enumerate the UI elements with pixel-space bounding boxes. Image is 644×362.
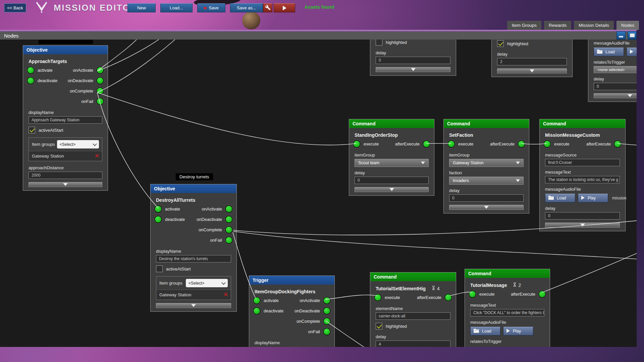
node-header-objective[interactable]: Objective (151, 184, 236, 193)
minimize-panel-button[interactable] (616, 31, 626, 40)
tools-button[interactable] (263, 3, 272, 12)
port-onActivate[interactable] (96, 66, 104, 74)
approachDistance-input[interactable]: 2000 (29, 172, 102, 179)
node-command-set-faction[interactable]: CommandSetFactionexecuteafterExecuteitem… (443, 119, 529, 214)
item-groups-select[interactable]: <Select> (57, 140, 99, 148)
port-onDeactivate[interactable] (323, 307, 331, 315)
delay-input[interactable]: 0 (449, 194, 524, 202)
port-activate[interactable] (154, 205, 162, 213)
node-scrollbar[interactable] (355, 187, 429, 192)
node-fragment-delay-0[interactable]: highlighteddelay0 (370, 40, 456, 76)
node-header-command[interactable]: Command (370, 273, 456, 281)
node-command-mission-message-custom[interactable]: CommandMissionMessageCustomexecuteafterE… (539, 119, 626, 231)
node-command-tutorial-message[interactable]: CommandTutorialMessage2executeafterExecu… (465, 269, 550, 347)
displayName-input[interactable]: Destroy the station's turrets (156, 255, 231, 262)
tab-rewards[interactable]: Rewards (544, 21, 571, 30)
node-scrollbar[interactable] (29, 182, 102, 187)
back-button[interactable]: << Back (4, 3, 26, 12)
relatesToTrigger-select[interactable]: <none selected> (594, 66, 637, 73)
node-command-standing-order-stop[interactable]: CommandStandIngOrderStopexecuteafterExec… (349, 119, 434, 196)
port-afterExecute[interactable] (614, 140, 622, 148)
load-button[interactable]: Load... (160, 3, 193, 12)
node-scrollbar[interactable] (376, 67, 450, 72)
delay-input[interactable]: 0 (594, 83, 637, 90)
itemGroup-select[interactable]: Gateway Station (449, 159, 524, 167)
port-deactivate[interactable] (253, 307, 261, 315)
messageText-input[interactable]: Click "DOCK ALL" to order the fighters t (470, 309, 544, 316)
load-button[interactable]: Load (470, 327, 500, 336)
tab-nodes[interactable]: Nodes (616, 21, 639, 30)
play-button[interactable]: Play (503, 327, 533, 336)
port-execute[interactable] (469, 290, 476, 298)
messageSource-input[interactable]: find:0:Cruiser (545, 159, 620, 166)
port-execute[interactable] (374, 294, 382, 301)
node-header-trigger[interactable]: Trigger (249, 276, 334, 285)
highlighted-checkbox[interactable] (376, 323, 382, 329)
node-trigger-item-group-docking-fighters[interactable]: TriggerItemGroupDockingFightersactivateo… (249, 276, 335, 347)
new-button[interactable]: New (127, 3, 156, 12)
node-graph-canvas[interactable]: ObjectiveApproachTargetsactivateonActiva… (0, 40, 637, 347)
remove-item-icon[interactable] (95, 154, 99, 159)
port-activate[interactable] (27, 66, 35, 74)
load-button[interactable]: Load (545, 194, 575, 202)
node-header-command[interactable]: Command (349, 119, 434, 128)
play-button[interactable]: Play (627, 48, 637, 56)
port-onFail[interactable] (323, 328, 331, 336)
node-fragment-audio[interactable]: messageAudioFileLoadPlayrelatesToTrigger… (588, 40, 637, 102)
remove-item-icon[interactable] (224, 292, 228, 297)
node-scrollbar[interactable] (545, 223, 620, 228)
run-mission-button[interactable] (274, 3, 295, 12)
delay-input[interactable]: 4 (376, 341, 450, 347)
port-afterExecute[interactable] (444, 294, 452, 301)
port-execute[interactable] (447, 140, 455, 148)
highlighted-checkbox[interactable] (376, 40, 382, 46)
displayName-input[interactable]: Approach Gateway Station (29, 116, 102, 124)
tab-mission-details[interactable]: Mission Details (574, 21, 614, 30)
port-deactivate[interactable] (27, 77, 35, 84)
node-fragment-delay-2[interactable]: highlighteddelay2 (491, 40, 573, 77)
port-execute[interactable] (543, 140, 551, 148)
port-onComplete[interactable] (323, 317, 331, 325)
node-scrollbar[interactable] (497, 68, 567, 73)
elementName-input[interactable]: carrier-dock-all (376, 312, 450, 320)
port-onActivate[interactable] (323, 297, 331, 304)
node-command-tutorial-set-element-hig[interactable]: CommandTutorialSetElementHig4executeafte… (370, 272, 456, 347)
delay-input[interactable]: 2 (497, 58, 567, 65)
port-activate[interactable] (253, 297, 261, 304)
highlighted-checkbox[interactable] (497, 40, 504, 47)
save-as-button[interactable]: Save as... (230, 3, 263, 12)
tab-item-groups[interactable]: Item Groups (507, 21, 541, 30)
delay-input[interactable]: 0 (545, 212, 620, 220)
port-afterExecute[interactable] (538, 290, 546, 298)
node-objective-destroy-all-turrets[interactable]: ObjectiveDestroyAllTurretsactivateonActi… (150, 184, 237, 312)
save-button[interactable]: Save (197, 3, 225, 12)
maximize-panel-button[interactable] (628, 31, 637, 40)
messageText-input[interactable]: The station is locking onto us, they've … (545, 176, 620, 183)
play-button[interactable]: Play (578, 194, 608, 202)
activeAtStart-checkbox[interactable] (29, 127, 35, 133)
port-onActivate[interactable] (225, 205, 233, 213)
node-scrollbar[interactable] (449, 205, 524, 210)
delay-input[interactable]: 0 (355, 177, 429, 184)
port-onComplete[interactable] (225, 226, 233, 234)
node-header-command[interactable]: Command (444, 119, 529, 128)
port-afterExecute[interactable] (518, 140, 525, 148)
node-scrollbar[interactable] (156, 303, 231, 308)
node-header-command[interactable]: Command (540, 119, 625, 128)
itemGroup-select[interactable]: Scout team (355, 159, 429, 167)
port-onComplete[interactable] (96, 87, 104, 95)
port-onFail[interactable] (96, 98, 104, 105)
port-execute[interactable] (353, 140, 361, 148)
port-onDeactivate[interactable] (225, 216, 233, 223)
port-onFail[interactable] (225, 236, 233, 244)
delay-input[interactable]: 0 (376, 57, 450, 64)
node-header-objective[interactable]: Objective (23, 46, 108, 54)
item-groups-select[interactable]: <Select> (186, 279, 228, 287)
node-header-command[interactable]: Command (465, 269, 550, 278)
node-scrollbar[interactable] (594, 93, 637, 98)
port-onDeactivate[interactable] (96, 77, 104, 84)
activeAtStart-checkbox[interactable] (156, 265, 163, 272)
faction-select[interactable]: Invaders (449, 177, 524, 185)
node-objective-approach-targets[interactable]: ObjectiveApproachTargetsactivateonActiva… (23, 45, 108, 191)
port-afterExecute[interactable] (423, 140, 430, 148)
